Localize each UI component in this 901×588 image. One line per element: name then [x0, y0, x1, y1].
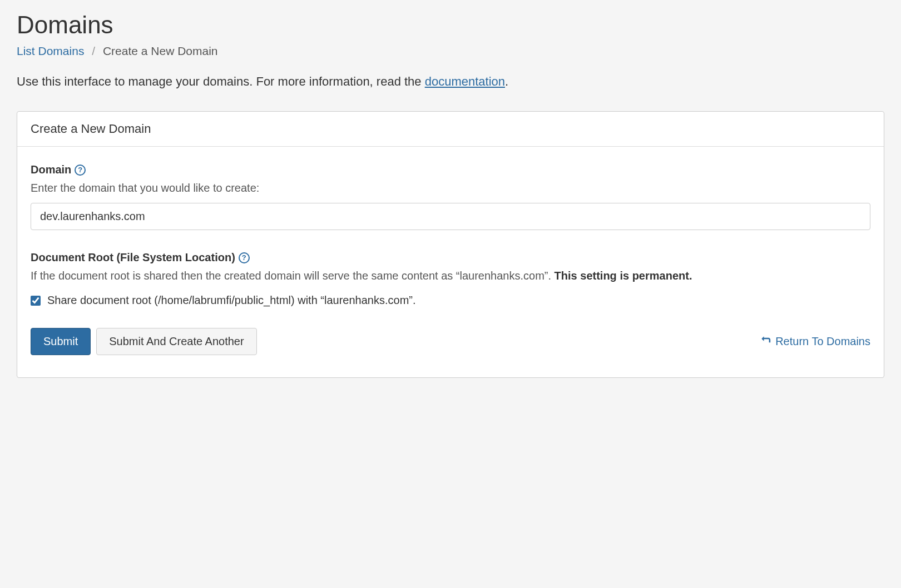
docroot-hint-prefix: If the document root is shared then the …	[31, 270, 555, 282]
panel-heading: Create a New Domain	[17, 112, 884, 147]
return-link-label: Return To Domains	[775, 335, 870, 348]
domain-input[interactable]	[31, 203, 870, 230]
page-title: Domains	[17, 11, 884, 39]
breadcrumb-list-domains-link[interactable]: List Domains	[17, 44, 84, 57]
create-domain-panel: Create a New Domain Domain ? Enter the d…	[17, 111, 884, 378]
domain-field-group: Domain ? Enter the domain that you would…	[31, 163, 870, 230]
actions-row: Submit Submit And Create Another Return …	[31, 328, 870, 355]
breadcrumb: List Domains / Create a New Domain	[17, 44, 884, 58]
intro-prefix: Use this interface to manage your domain…	[17, 74, 425, 88]
submit-button[interactable]: Submit	[31, 328, 91, 355]
return-arrow-icon	[760, 335, 771, 348]
share-docroot-row[interactable]: Share document root (/home/labrumfi/publ…	[31, 294, 870, 307]
help-icon[interactable]: ?	[75, 165, 86, 176]
domain-label-row: Domain ?	[31, 163, 870, 176]
docroot-label-row: Document Root (File System Location) ?	[31, 251, 870, 264]
actions-left: Submit Submit And Create Another	[31, 328, 257, 355]
docroot-hint-bold: This setting is permanent.	[555, 270, 692, 282]
help-icon[interactable]: ?	[239, 252, 250, 263]
domain-hint: Enter the domain that you would like to …	[31, 180, 870, 196]
share-docroot-label: Share document root (/home/labrumfi/publ…	[47, 294, 416, 307]
submit-and-create-another-button[interactable]: Submit And Create Another	[96, 328, 256, 355]
return-to-domains-link[interactable]: Return To Domains	[760, 335, 870, 348]
documentation-link[interactable]: documentation	[425, 74, 505, 88]
share-docroot-checkbox[interactable]	[31, 296, 41, 306]
docroot-field-group: Document Root (File System Location) ? I…	[31, 251, 870, 307]
docroot-label: Document Root (File System Location)	[31, 251, 235, 264]
intro-text: Use this interface to manage your domain…	[17, 74, 884, 89]
breadcrumb-separator: /	[92, 44, 95, 57]
domain-label: Domain	[31, 163, 71, 176]
breadcrumb-current: Create a New Domain	[103, 44, 218, 57]
docroot-hint: If the document root is shared then the …	[31, 267, 870, 284]
intro-suffix: .	[505, 74, 508, 88]
